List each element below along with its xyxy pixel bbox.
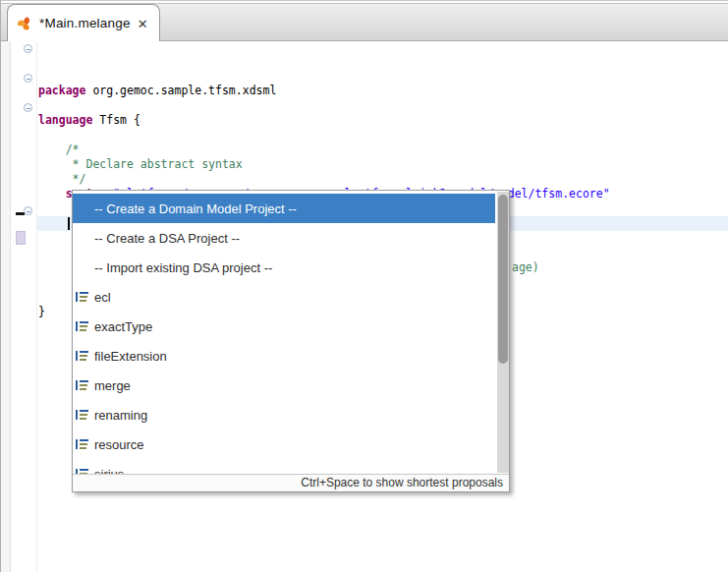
collapse-icon-package[interactable]	[24, 44, 32, 53]
proposal-list: -- Create a Domain Model Project ---- Cr…	[73, 191, 509, 474]
text-cursor	[68, 217, 70, 230]
code-line	[38, 98, 610, 113]
template-proposal-icon	[76, 438, 88, 450]
ruler-range-marker	[16, 231, 26, 245]
template-proposal-icon	[76, 409, 88, 421]
code-line: language Tfsm {	[38, 113, 610, 128]
completion-proposal[interactable]: exactType	[73, 312, 495, 341]
melange-file-icon	[17, 16, 32, 31]
completion-proposal[interactable]: renaming	[73, 400, 495, 429]
tab-close-icon[interactable]: ✕	[138, 17, 148, 30]
collapse-icon-block[interactable]	[24, 206, 32, 215]
completion-proposal[interactable]: -- Import existing DSA project --	[73, 253, 495, 282]
completion-proposal[interactable]: -- Create a Domain Model Project --	[73, 194, 495, 223]
proposal-label: sirius	[94, 467, 124, 475]
collapse-icon-comment[interactable]	[24, 103, 32, 112]
completion-proposal[interactable]: resource	[73, 429, 495, 459]
tab-main-melange[interactable]: *Main.melange ✕	[7, 4, 160, 41]
completion-proposal[interactable]: sirius	[73, 459, 495, 474]
proposal-label: fileExtension	[94, 349, 167, 364]
content-assist-popup: -- Create a Domain Model Project ---- Cr…	[72, 190, 510, 492]
code-line: /*	[38, 143, 610, 157]
completion-proposal[interactable]: fileExtension	[73, 341, 495, 371]
source-code: package org.gemoc.sample.tfsm.xdsmllangu…	[38, 84, 610, 201]
proposal-label: -- Create a DSA Project --	[94, 231, 240, 246]
template-proposal-icon	[76, 320, 88, 332]
proposal-label: ecl	[94, 290, 111, 305]
code-line: */	[38, 172, 610, 187]
proposal-label: -- Create a Domain Model Project --	[94, 201, 297, 216]
code-line	[38, 128, 610, 143]
proposal-label: merge	[94, 378, 131, 393]
tab-title: *Main.melange	[39, 16, 131, 30]
proposal-label: renaming	[94, 408, 147, 423]
code-line: package org.gemoc.sample.tfsm.xdsml	[38, 84, 610, 98]
completion-proposal[interactable]: ecl	[73, 282, 495, 312]
closing-brace: }	[38, 305, 45, 319]
collapse-icon-language[interactable]	[24, 74, 32, 83]
popup-scrollbar-track[interactable]	[497, 192, 509, 473]
completion-proposal[interactable]: -- Create a DSA Project --	[73, 223, 495, 253]
template-proposal-icon	[76, 350, 88, 362]
proposal-label: -- Import existing DSA project --	[94, 260, 272, 275]
fold-margin-separator	[36, 41, 37, 572]
proposal-label: exactType	[94, 319, 152, 334]
template-proposal-icon	[76, 379, 88, 391]
popup-scrollbar-thumb[interactable]	[498, 195, 508, 364]
left-annotation-ruler	[1, 41, 11, 572]
code-line: * Declare abstract syntax	[38, 157, 610, 172]
proposal-label: resource	[94, 437, 144, 452]
completion-proposal[interactable]: merge	[73, 371, 495, 400]
template-proposal-icon	[76, 291, 88, 303]
occluded-comment-fragment: age)	[512, 260, 539, 275]
popup-status-bar: Ctrl+Space to show shortest proposals	[73, 474, 509, 491]
